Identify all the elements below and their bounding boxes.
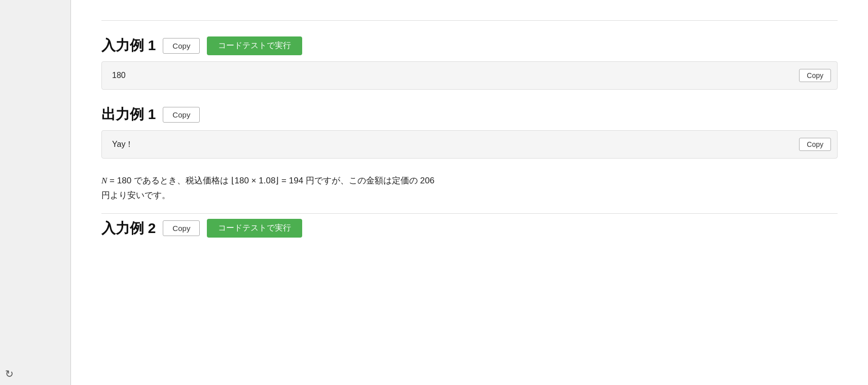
output-example-1-box-copy-button[interactable]: Copy [799, 138, 831, 151]
input-example-1-title: 入力例 1 [101, 36, 156, 55]
top-divider [101, 20, 838, 21]
input-example-2-run-button[interactable]: コードテストで実行 [207, 219, 302, 238]
main-content: 入力例 1 Copy コードテストで実行 180 Copy 出力例 1 Copy… [71, 0, 868, 385]
output-example-1-section: 出力例 1 Copy Yay！ Copy [101, 105, 838, 159]
input-example-1-copy-button[interactable]: Copy [163, 38, 200, 54]
output-example-1-copy-button[interactable]: Copy [163, 107, 200, 123]
input-example-1-run-button[interactable]: コードテストで実行 [207, 36, 302, 55]
input-example-1-section: 入力例 1 Copy コードテストで実行 180 Copy [101, 36, 838, 90]
explanation-text: N = 180 であるとき、税込価格は ⌊180 × 1.08⌋ = 194 円… [101, 174, 838, 203]
input-example-1-value: 180 [112, 71, 126, 80]
input-example-2-copy-button[interactable]: Copy [163, 220, 200, 236]
input-example-1-box-copy-button[interactable]: Copy [799, 69, 831, 82]
input-example-1-header: 入力例 1 Copy コードテストで実行 [101, 36, 838, 55]
input-example-2-title: 入力例 2 [101, 219, 156, 238]
output-example-1-code-box: Yay！ Copy [101, 130, 838, 159]
output-example-1-value: Yay！ [112, 139, 133, 150]
refresh-icon[interactable]: ↻ [5, 368, 14, 380]
input-example-1-code-box: 180 Copy [101, 61, 838, 90]
left-sidebar: ↻ [0, 0, 71, 385]
output-example-1-header: 出力例 1 Copy [101, 105, 838, 124]
input-example-2-section: 入力例 2 Copy コードテストで実行 [101, 213, 838, 238]
output-example-1-title: 出力例 1 [101, 105, 156, 124]
